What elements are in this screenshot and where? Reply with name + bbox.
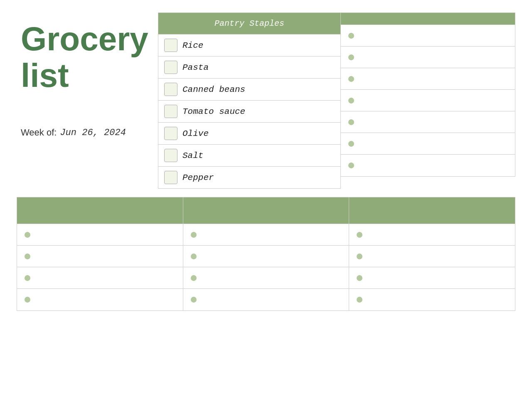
bottom-header-2: [183, 197, 349, 224]
dot-icon: [191, 254, 197, 259]
dot-icon: [25, 254, 30, 259]
bottom-header-1: [17, 197, 183, 224]
bottom-dot-row: [349, 224, 515, 246]
week-label: Week of:: [21, 127, 57, 138]
bottom-dot-row: [17, 224, 183, 246]
right-col: [341, 12, 515, 177]
bottom-dot-row: [183, 267, 349, 289]
bottom-dot-row: [17, 267, 183, 289]
dot-icon: [191, 297, 197, 303]
item-label-6: Salt: [182, 151, 203, 160]
right-dot-row: [341, 47, 515, 68]
dot-icon: [357, 254, 362, 259]
checkbox-4[interactable]: [164, 105, 177, 118]
pantry-row: Canned beans: [158, 79, 340, 101]
top-section: Grocery list Week of: Jun 26, 2024 Pantr…: [17, 12, 515, 189]
bottom-section: [17, 197, 515, 311]
dot-icon: [357, 297, 362, 303]
right-dot-row: [341, 68, 515, 90]
dot-icon: [348, 76, 354, 82]
right-dot-row: [341, 133, 515, 155]
checkbox-7[interactable]: [164, 171, 177, 184]
item-label-4: Tomato sauce: [182, 107, 245, 116]
dot-icon: [348, 141, 354, 147]
bottom-table-1: [17, 197, 183, 311]
item-label-1: Rice: [182, 41, 203, 50]
pantry-row: Pepper: [158, 167, 340, 188]
checkbox-3[interactable]: [164, 83, 177, 96]
page-layout: Grocery list Week of: Jun 26, 2024 Pantr…: [17, 12, 515, 311]
dot-icon: [191, 275, 197, 281]
dot-icon: [348, 163, 354, 168]
right-dots: [341, 25, 515, 176]
pantry-header: Pantry Staples: [158, 13, 340, 34]
pantry-row: Rice: [158, 34, 340, 57]
right-dot-row: [341, 25, 515, 47]
page-title: Grocery list: [21, 21, 150, 94]
item-label-3: Canned beans: [182, 85, 245, 94]
bottom-dot-row: [349, 267, 515, 289]
bottom-dots-1: [17, 224, 183, 310]
right-dot-row: [341, 90, 515, 111]
bottom-dots-2: [183, 224, 349, 310]
pantry-row: Olive: [158, 123, 340, 145]
bottom-header-3: [349, 197, 515, 224]
bottom-dots-3: [349, 224, 515, 310]
pantry-row: Pasta: [158, 57, 340, 79]
title-area: Grocery list Week of: Jun 26, 2024: [17, 12, 158, 146]
bottom-dot-row: [183, 246, 349, 267]
week-row: Week of: Jun 26, 2024: [21, 127, 150, 138]
bottom-dot-row: [183, 224, 349, 246]
item-label-2: Pasta: [182, 63, 209, 72]
dot-icon: [25, 275, 30, 281]
bottom-dot-row: [349, 289, 515, 310]
bottom-table-2: [183, 197, 349, 311]
checkbox-6[interactable]: [164, 149, 177, 162]
right-dot-row: [341, 111, 515, 133]
bottom-dot-row: [17, 289, 183, 310]
right-col-header: [341, 13, 515, 25]
pantry-table: Pantry Staples RicePastaCanned beansToma…: [158, 12, 341, 189]
dot-icon: [348, 119, 354, 125]
dot-icon: [348, 33, 354, 39]
item-label-7: Pepper: [182, 173, 214, 182]
pantry-items: RicePastaCanned beansTomato sauceOliveSa…: [158, 34, 340, 188]
right-dot-row: [341, 155, 515, 176]
pantry-row: Tomato sauce: [158, 101, 340, 123]
dot-icon: [25, 297, 30, 303]
checkbox-5[interactable]: [164, 127, 177, 140]
dot-icon: [357, 232, 362, 238]
dot-icon: [348, 98, 354, 103]
dot-icon: [348, 54, 354, 60]
dot-icon: [191, 232, 197, 238]
bottom-dot-row: [183, 289, 349, 310]
pantry-row: Salt: [158, 145, 340, 167]
bottom-dot-row: [17, 246, 183, 267]
week-date: Jun 26, 2024: [60, 128, 126, 138]
dot-icon: [357, 275, 362, 281]
bottom-table-3: [349, 197, 515, 311]
checkbox-2[interactable]: [164, 61, 177, 74]
dot-icon: [25, 232, 30, 238]
checkbox-1[interactable]: [164, 39, 177, 52]
bottom-dot-row: [349, 246, 515, 267]
item-label-5: Olive: [182, 129, 209, 138]
